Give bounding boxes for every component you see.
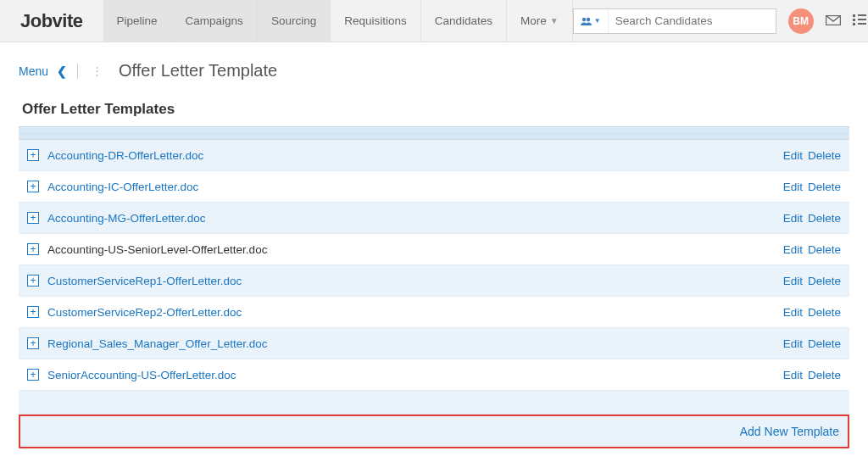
row-actions: EditDelete (783, 306, 841, 319)
search-wrap[interactable]: ▼ (573, 8, 776, 34)
template-name-link[interactable]: Accounting-DR-OfferLetter.doc (47, 149, 783, 162)
template-name-link[interactable]: CustomerServiceRep2-OfferLetter.doc (47, 306, 783, 319)
row-actions: EditDelete (783, 275, 841, 287)
avatar[interactable]: BM (788, 8, 814, 34)
topbar-right: ▼ BM ? (573, 8, 868, 34)
edit-link[interactable]: Edit (783, 337, 803, 350)
expand-icon[interactable]: + (27, 306, 39, 318)
template-name-link[interactable]: Accounting-MG-OfferLetter.doc (47, 212, 783, 225)
expand-icon[interactable]: + (27, 212, 39, 224)
page-header: Menu ❮ ⋮ Offer Letter Template (0, 42, 868, 96)
table-row: +SeniorAccounting-US-OfferLetter.docEdit… (19, 359, 849, 391)
template-name-link[interactable]: Accounting-IC-OfferLetter.doc (47, 181, 783, 193)
nav-tab-candidates[interactable]: Candidates (421, 0, 507, 42)
nav-tab-label: Sourcing (271, 14, 316, 27)
expand-icon[interactable]: + (27, 149, 39, 161)
search-scope-icon[interactable]: ▼ (574, 9, 609, 33)
mail-icon[interactable] (826, 14, 841, 29)
nav-tab-label: Requisitions (344, 14, 407, 27)
page-title: Offer Letter Template (119, 61, 277, 81)
menu-back-link[interactable]: Menu (19, 64, 48, 78)
nav-tab-label: Candidates (435, 14, 492, 27)
table-row: +Accounting-MG-OfferLetter.docEditDelete (19, 203, 849, 234)
edit-link[interactable]: Edit (783, 275, 803, 287)
row-actions: EditDelete (783, 149, 841, 162)
row-actions: EditDelete (783, 337, 841, 350)
row-actions: EditDelete (783, 181, 841, 193)
template-name-link[interactable]: Regional_Sales_Manager_Offer_Letter.doc (47, 337, 783, 350)
table-row: +Accounting-US-SeniorLevel-OfferLetter.d… (19, 234, 849, 265)
edit-link[interactable]: Edit (783, 243, 803, 256)
nav-tab-more[interactable]: More▼ (507, 0, 573, 42)
expand-icon[interactable]: + (27, 243, 39, 255)
footer-row: Add New Template (19, 415, 849, 448)
table-row: +CustomerServiceRep1-OfferLetter.docEdit… (19, 265, 849, 297)
svg-point-0 (582, 17, 586, 20)
expand-icon[interactable]: + (27, 275, 39, 287)
search-input[interactable] (609, 9, 776, 33)
row-actions: EditDelete (783, 369, 841, 381)
table-row: +Accounting-IC-OfferLetter.docEditDelete (19, 171, 849, 203)
expand-icon[interactable]: + (27, 181, 39, 192)
delete-link[interactable]: Delete (808, 243, 841, 256)
edit-link[interactable]: Edit (783, 149, 803, 162)
delete-link[interactable]: Delete (808, 275, 841, 287)
table-header-stripe (19, 126, 849, 140)
expand-icon[interactable]: + (27, 337, 39, 349)
edit-link[interactable]: Edit (783, 369, 803, 381)
delete-link[interactable]: Delete (808, 149, 841, 162)
row-actions: EditDelete (783, 243, 841, 256)
table-row: +CustomerServiceRep2-OfferLetter.docEdit… (19, 297, 849, 328)
nav-tab-label: Campaigns (186, 14, 243, 27)
delete-link[interactable]: Delete (808, 181, 841, 193)
edit-link[interactable]: Edit (783, 306, 803, 319)
nav-tab-campaigns[interactable]: Campaigns (172, 0, 258, 42)
table-row: +Accounting-DR-OfferLetter.docEditDelete (19, 140, 849, 171)
delete-link[interactable]: Delete (808, 306, 841, 319)
logo: Jobvite (0, 10, 103, 32)
spacer-row (19, 391, 849, 415)
section-title: Offer Letter Templates (19, 96, 849, 126)
template-list: +Accounting-DR-OfferLetter.docEditDelete… (19, 140, 849, 391)
divider (77, 64, 78, 79)
more-dots-icon[interactable]: ⋮ (92, 64, 102, 77)
row-actions: EditDelete (783, 212, 841, 225)
nav-tab-label: Pipeline (117, 14, 158, 27)
template-name-link[interactable]: SeniorAccounting-US-OfferLetter.doc (47, 369, 783, 381)
expand-icon[interactable]: + (27, 369, 39, 381)
chevron-left-icon[interactable]: ❮ (57, 64, 67, 78)
nav-tabs: PipelineCampaignsSourcingRequisitionsCan… (103, 0, 573, 42)
svg-point-1 (587, 17, 590, 20)
nav-tab-requisitions[interactable]: Requisitions (331, 0, 421, 42)
topbar: Jobvite PipelineCampaignsSourcingRequisi… (0, 0, 868, 42)
caret-down-icon: ▼ (550, 16, 559, 25)
edit-link[interactable]: Edit (783, 181, 803, 193)
menu-label: Menu (19, 64, 48, 78)
delete-link[interactable]: Delete (808, 369, 841, 381)
template-name-link: Accounting-US-SeniorLevel-OfferLetter.do… (47, 243, 783, 256)
nav-tab-sourcing[interactable]: Sourcing (258, 0, 331, 42)
delete-link[interactable]: Delete (808, 337, 841, 350)
nav-tab-pipeline[interactable]: Pipeline (103, 0, 172, 42)
delete-link[interactable]: Delete (808, 212, 841, 225)
nav-tab-label: More (520, 14, 547, 27)
edit-link[interactable]: Edit (783, 212, 803, 225)
section: Offer Letter Templates +Accounting-DR-Of… (0, 96, 868, 448)
table-row: +Regional_Sales_Manager_Offer_Letter.doc… (19, 328, 849, 359)
list-icon[interactable] (853, 12, 866, 30)
add-new-template-link[interactable]: Add New Template (740, 425, 839, 438)
template-name-link[interactable]: CustomerServiceRep1-OfferLetter.doc (47, 275, 783, 287)
